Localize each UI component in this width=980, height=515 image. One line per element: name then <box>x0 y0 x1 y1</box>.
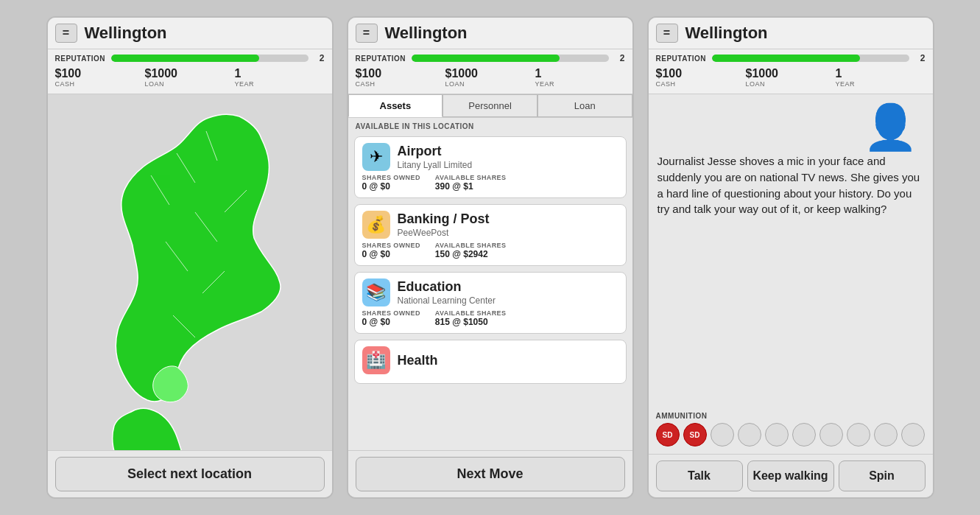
map-panel: = Wellington REPUTATION 2 $100 CASH $100… <box>46 16 334 499</box>
year-label: YEAR <box>235 80 325 88</box>
reputation-bar <box>111 55 308 62</box>
event-year-value: 1 <box>836 67 926 80</box>
banking-owned-value: 0 @ $0 <box>362 249 420 259</box>
event-menu-button[interactable]: = <box>656 24 678 43</box>
map-stats: REPUTATION 2 $100 CASH $1000 LOAN 1 YEAR <box>48 49 332 94</box>
airport-owned-value: 0 @ $0 <box>362 181 420 192</box>
banking-available-value: 150 @ $2942 <box>435 249 507 259</box>
assets-header: = Wellington <box>348 18 632 49</box>
assets-year-value: 1 <box>535 67 625 80</box>
map-title: Wellington <box>85 24 167 43</box>
asset-health[interactable]: 🏥 Health <box>354 340 627 384</box>
map-body <box>48 94 332 450</box>
select-location-button[interactable]: Select next location <box>55 457 325 491</box>
ammo-chip-8[interactable] <box>847 423 870 446</box>
assets-reputation-number: 2 <box>615 53 625 63</box>
event-description: Journalist Jesse shoves a mic in your fa… <box>656 153 926 404</box>
map-header: = Wellington <box>48 18 332 49</box>
reputation-number: 2 <box>314 53 325 63</box>
tab-assets[interactable]: Assets <box>348 94 443 117</box>
assets-tabs: Assets Personnel Loan <box>348 94 632 118</box>
assets-cash-label: CASH <box>356 80 445 88</box>
ammo-chip-4[interactable] <box>738 423 761 446</box>
asset-banking[interactable]: 💰 Banking / Post PeeWeePost SHARES OWNED… <box>354 204 627 266</box>
event-stats: REPUTATION 2 $100 CASH $1000 LOAN 1 YEAR <box>649 49 933 94</box>
health-icon: 🏥 <box>362 346 390 374</box>
event-cash-value: $100 <box>656 67 746 80</box>
ammo-chip-3[interactable] <box>711 423 734 446</box>
event-loan-label: LOAN <box>746 80 836 88</box>
education-available-label: AVAILABLE SHARES <box>435 309 507 317</box>
ammo-chip-6[interactable] <box>792 423 816 446</box>
assets-year-label: YEAR <box>535 80 625 88</box>
airport-available-label: AVAILABLE SHARES <box>435 174 507 181</box>
banking-icon: 💰 <box>362 211 390 239</box>
event-body: 👤 Journalist Jesse shoves a mic in your … <box>649 94 933 454</box>
assets-cash-value: $100 <box>356 67 445 80</box>
journalist-avatar: 👤 <box>863 105 918 150</box>
ammunition-chips: SD SD <box>656 423 926 446</box>
banking-available-label: AVAILABLE SHARES <box>435 242 507 249</box>
event-action-buttons: Talk Keep walking Spin <box>649 454 933 497</box>
ammo-chip-5[interactable] <box>765 423 789 446</box>
event-header: = Wellington <box>649 18 933 49</box>
asset-education[interactable]: 📚 Education National Learning Center SHA… <box>354 272 627 334</box>
keep-walking-button[interactable]: Keep walking <box>747 460 834 491</box>
ammo-chip-1[interactable]: SD <box>656 423 680 446</box>
event-year-label: YEAR <box>836 80 926 88</box>
ammo-chip-7[interactable] <box>819 423 843 446</box>
banking-owned-label: SHARES OWNED <box>362 242 420 249</box>
cash-value: $100 <box>55 67 145 80</box>
airport-company: Litany Lyall Limited <box>398 160 473 170</box>
assets-loan-value: $1000 <box>445 67 535 80</box>
loan-value: $1000 <box>145 67 235 80</box>
asset-airport[interactable]: ✈ Airport Litany Lyall Limited SHARES OW… <box>354 136 627 198</box>
assets-stats: REPUTATION 2 $100 CASH $1000 LOAN 1 YEAR <box>348 49 632 94</box>
avatar-section: 👤 <box>656 102 926 150</box>
education-company: National Learning Center <box>398 295 496 306</box>
assets-loan-label: LOAN <box>445 80 535 88</box>
ammo-chip-2[interactable]: SD <box>683 423 707 446</box>
assets-menu-button[interactable]: = <box>356 24 378 43</box>
ammo-chip-10[interactable] <box>901 423 925 446</box>
assets-title: Wellington <box>385 24 468 43</box>
asset-list: ✈ Airport Litany Lyall Limited SHARES OW… <box>348 133 632 427</box>
airport-icon: ✈ <box>362 143 390 171</box>
next-move-button[interactable]: Next Move <box>356 457 625 491</box>
banking-name: Banking / Post <box>398 211 490 227</box>
airport-available-value: 390 @ $1 <box>435 181 507 192</box>
event-reputation-number: 2 <box>915 53 926 63</box>
event-loan-value: $1000 <box>746 67 836 80</box>
education-available-value: 815 @ $1050 <box>435 317 507 327</box>
event-title: Wellington <box>685 24 768 43</box>
airport-name: Airport <box>398 144 473 159</box>
menu-button[interactable]: = <box>55 24 77 43</box>
loan-label: LOAN <box>145 80 235 88</box>
event-reputation-label: REPUTATION <box>656 55 707 63</box>
available-section-label: AVAILABLE IN THIS LOCATION <box>348 118 632 133</box>
assets-panel: = Wellington REPUTATION 2 $100 CASH $100… <box>347 16 634 499</box>
map-bottom-bar: Select next location <box>48 450 332 497</box>
assets-reputation-label: REPUTATION <box>356 55 406 63</box>
education-icon: 📚 <box>362 278 390 306</box>
nz-map[interactable] <box>48 94 332 450</box>
event-reputation-bar <box>712 55 909 62</box>
talk-button[interactable]: Talk <box>656 460 743 491</box>
cash-label: CASH <box>55 80 145 88</box>
ammunition-label: AMMUNITION <box>656 412 926 420</box>
education-name: Education <box>398 279 496 295</box>
spin-button[interactable]: Spin <box>839 460 926 491</box>
assets-reputation-bar <box>412 55 608 62</box>
year-value: 1 <box>235 67 325 80</box>
ammunition-section: AMMUNITION SD SD <box>656 412 926 446</box>
tab-loan[interactable]: Loan <box>537 94 632 117</box>
tab-personnel[interactable]: Personnel <box>443 94 537 117</box>
banking-company: PeeWeePost <box>398 228 490 238</box>
event-panel: = Wellington REPUTATION 2 $100 CASH $100… <box>647 16 934 499</box>
event-cash-label: CASH <box>656 80 746 88</box>
assets-bottom-bar: Next Move <box>348 450 632 497</box>
airport-owned-label: SHARES OWNED <box>362 174 420 181</box>
education-owned-label: SHARES OWNED <box>362 309 420 317</box>
health-name: Health <box>398 353 438 368</box>
ammo-chip-9[interactable] <box>874 423 898 446</box>
